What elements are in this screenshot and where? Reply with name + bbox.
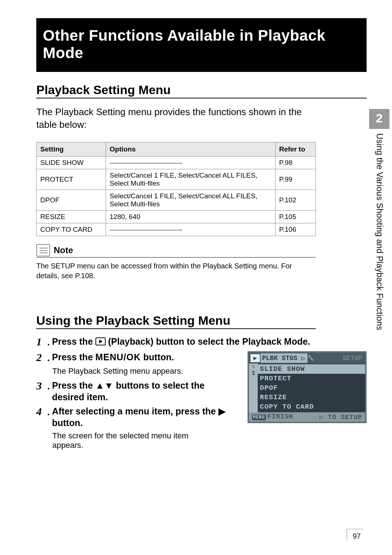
step-text-fragment: After selecting a menu item, press the	[52, 406, 218, 416]
th-options: Options	[106, 142, 275, 157]
cell-setting: DPOF	[37, 190, 106, 211]
playback-mode-indicator-icon: ▶	[250, 354, 260, 362]
page-title-banner: Other Functions Available in Playback Mo…	[36, 18, 367, 72]
menu-items-list: SLIDE SHOW PROTECT DPOF RESIZE COPY TO C…	[258, 364, 365, 412]
chapter-number: 2	[369, 109, 389, 129]
step-number: 2	[36, 351, 47, 364]
menu-item-protect: PROTECT	[260, 374, 365, 383]
intro-paragraph: The Playback Setting menu provides the f…	[36, 106, 312, 131]
cell-options-blank	[106, 157, 275, 169]
cell-refer: P.106	[275, 223, 316, 236]
step-number: 1	[36, 336, 47, 348]
svg-marker-1	[99, 340, 103, 343]
step-text-fragment: Press the	[52, 352, 95, 362]
menu-item-dpof: DPOF	[260, 383, 365, 393]
step-1-text: Press the (Playback) button to select th…	[52, 336, 310, 348]
up-down-arrow-icon: ▲▼	[95, 380, 114, 390]
th-refer: Refer to	[275, 142, 316, 157]
step-text-fragment: (Playback) button to select the Playback…	[108, 336, 310, 347]
section-heading-using-playback-menu: Using the Playback Setting Menu	[36, 313, 316, 329]
step-3-text: Press the ▲▼ buttons to select the desir…	[52, 380, 232, 403]
menu-page-indicator: ▽ 1	[249, 364, 258, 412]
cell-setting: SLIDE SHOW	[37, 157, 106, 169]
cell-refer: P.99	[275, 169, 316, 190]
note-label: Note	[54, 245, 73, 255]
table-row: PROTECT Select/Cancel 1 FILE, Select/Can…	[37, 169, 316, 190]
tab-plbk-stgs: PLBK STGS ▷	[261, 353, 307, 363]
menu-item-copy-to-card: COPY TO CARD	[260, 402, 365, 412]
step-dot: .	[47, 336, 50, 349]
step-4-sub: The screen for the selected menu item ap…	[52, 431, 219, 450]
chapter-side-tab: 2 Using the Various Shooting and Playbac…	[367, 109, 392, 330]
screen-footer-to-setup: ▷ TO SETUP	[319, 413, 362, 421]
step-text-fragment: Press the	[52, 336, 95, 347]
settings-table: Setting Options Refer to SLIDE SHOW P.98…	[36, 142, 316, 236]
page-number: 97	[347, 529, 364, 540]
section-heading-playback-setting-menu: Playback Setting Menu	[36, 83, 367, 98]
step-text-fragment: button.	[141, 352, 174, 362]
step-4-text: After selecting a menu item, press the ▶…	[52, 405, 232, 429]
cell-options: Select/Cancel 1 FILE, Select/Cancel ALL …	[106, 190, 275, 211]
table-row: RESIZE 1280, 640 P.105	[37, 211, 316, 223]
step-dot: .	[47, 380, 50, 393]
cell-refer: P.102	[275, 190, 316, 211]
step-dot: .	[47, 405, 50, 418]
cell-options: Select/Cancel 1 FILE, Select/Cancel ALL …	[106, 169, 275, 190]
note-icon	[36, 244, 50, 256]
th-setting: Setting	[37, 142, 106, 157]
cell-setting: COPY TO CARD	[37, 223, 106, 236]
menu-ok-label: MENU/OK	[95, 352, 141, 362]
camera-menu-screenshot: ▶ PLBK STGS ▷ 🔧 SETUP ▽ 1 SLIDE SHOW PRO…	[248, 351, 367, 423]
cell-setting: RESIZE	[37, 211, 106, 223]
cell-refer: P.105	[275, 211, 316, 223]
chapter-label: Using the Various Shooting and Playback …	[375, 133, 384, 330]
table-row: COPY TO CARD P.106	[37, 223, 316, 236]
table-row: DPOF Select/Cancel 1 FILE, Select/Cancel…	[37, 190, 316, 211]
right-arrow-icon: ▶	[219, 406, 225, 416]
step-text-fragment: button.	[52, 418, 83, 428]
cell-options-blank	[106, 223, 275, 236]
menu-item-slide-show: SLIDE SHOW	[258, 364, 365, 374]
cell-setting: PROTECT	[37, 169, 106, 190]
menu-item-resize: RESIZE	[260, 393, 365, 402]
playback-icon	[95, 337, 106, 345]
cell-options: 1280, 640	[106, 211, 275, 223]
step-2-text: Press the MENU/OK button.	[52, 351, 174, 363]
cell-refer: P.98	[275, 157, 316, 169]
note-text: The SETUP menu can be accessed from with…	[36, 261, 316, 281]
screen-footer-finish: MENUFINISH	[252, 413, 293, 421]
note-block: Note The SETUP menu can be accessed from…	[36, 244, 367, 281]
step-2-sub: The Playback Setting menu appears.	[52, 366, 219, 376]
table-row: SLIDE SHOW P.98	[37, 157, 316, 169]
step-text-fragment: Press the	[52, 380, 95, 390]
step-number: 3	[36, 380, 47, 392]
setup-wrench-icon: 🔧	[307, 355, 314, 361]
tab-setup: SETUP	[343, 355, 362, 362]
step-dot: .	[47, 351, 50, 364]
step-number: 4	[36, 405, 47, 418]
